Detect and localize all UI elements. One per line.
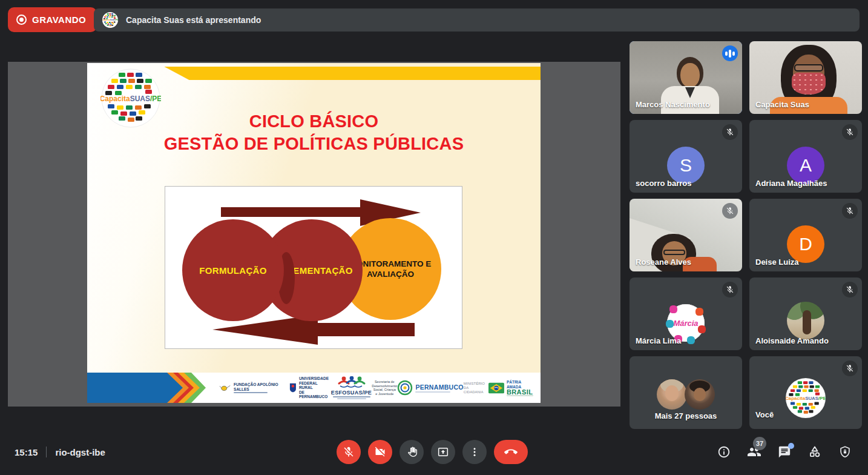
footer-logos: FUNDAÇÃO APOLÔNIO SALLES UNIVERSIDADE FE… xyxy=(219,373,534,403)
camera-toggle-button[interactable] xyxy=(368,440,392,464)
circle-formulacao: FORMULAÇÃO xyxy=(182,219,284,321)
fundacao-label: FUNDAÇÃO APOLÔNIO SALLES xyxy=(234,382,289,391)
more-options-button[interactable] xyxy=(462,440,487,464)
speaking-indicator-icon xyxy=(722,45,738,61)
participant-name: socorro barros xyxy=(636,179,691,188)
mic-off-icon xyxy=(343,446,355,458)
recording-badge: GRAVANDO xyxy=(8,7,97,32)
avatar-initial: D xyxy=(799,234,812,254)
mic-off-icon xyxy=(842,203,858,219)
divider xyxy=(46,447,47,457)
ministerio-line2: CIDADANIA xyxy=(464,390,488,394)
info-icon xyxy=(717,445,731,459)
tile-you[interactable]: Você xyxy=(749,356,862,429)
tile-more-people[interactable]: Mais 27 pessoas xyxy=(630,356,742,429)
chat-button[interactable] xyxy=(777,445,792,459)
recording-label: GRAVANDO xyxy=(32,15,86,25)
avatar-text: Márcia xyxy=(673,319,698,328)
more-people-label: Mais 27 pessoas xyxy=(655,411,717,420)
mic-off-icon xyxy=(842,282,858,297)
tile-capacita-suas[interactable]: Capacita Suas xyxy=(749,41,862,114)
tile-socorro-barros[interactable]: S socorro barros xyxy=(630,120,742,193)
end-call-button[interactable] xyxy=(494,440,528,464)
esfosuas-label: ESFOSUAS/PE xyxy=(331,390,372,396)
pernambuco-label: PERNAMBUCO xyxy=(415,384,463,391)
mic-off-icon xyxy=(722,203,738,219)
activities-button[interactable] xyxy=(807,445,822,459)
shared-screen[interactable]: CICLO BÁSICO GESTÃO DE POLÍTICAS PÚBLICA… xyxy=(8,62,620,407)
participant-name: Deise Luiza xyxy=(755,257,799,267)
bottom-bar: 15:15 rio-dgst-ibe xyxy=(0,429,868,475)
meeting-code: rio-dgst-ibe xyxy=(55,447,105,457)
participants-button[interactable]: 37 xyxy=(747,445,761,459)
clock: 15:15 xyxy=(15,447,38,457)
participant-name: Você xyxy=(755,410,774,419)
tile-aloisnaide-amando[interactable]: Aloisnaide Amando xyxy=(749,277,862,350)
avatar-initial: A xyxy=(800,155,812,176)
tile-marcos-nascimento[interactable]: Marcos Nascimento xyxy=(630,41,742,114)
logo-ufrpe: UNIVERSIDADE FEDERAL RURAL DE PERNAMBUCO xyxy=(289,376,331,399)
chat-notification-dot xyxy=(788,443,794,449)
participant-name: Capacita Suas xyxy=(755,100,809,109)
presenting-text: Capacita Suas está apresentando xyxy=(126,15,261,25)
presentation-slide: CICLO BÁSICO GESTÃO DE POLÍTICAS PÚBLICA… xyxy=(87,63,541,403)
mic-off-icon xyxy=(722,282,738,297)
participant-name: Roseane Alves xyxy=(636,257,691,267)
ministerio-label: MINISTÉRIO DA CIDADANIA xyxy=(464,382,488,394)
slide-title-line2: GESTÃO DE POLÍTICAS PÚBLICAS xyxy=(87,133,541,155)
avatar xyxy=(787,302,824,339)
slide-title: CICLO BÁSICO GESTÃO DE POLÍTICAS PÚBLICA… xyxy=(87,110,541,155)
more-vert-icon xyxy=(469,447,480,457)
mic-toggle-button[interactable] xyxy=(337,440,361,464)
logo-fundacao-apolonio-salles: FUNDAÇÃO APOLÔNIO SALLES xyxy=(219,382,289,393)
tile-marcia-lima[interactable]: Márcia Márcia Lima xyxy=(630,277,742,350)
tile-deise-luiza[interactable]: D Deise Luiza xyxy=(749,199,862,271)
participant-name: Márcia Lima xyxy=(636,336,681,345)
activities-icon xyxy=(807,445,822,459)
tile-roseane-alves[interactable]: Roseane Alves xyxy=(630,199,742,271)
raise-hand-button[interactable] xyxy=(399,440,424,464)
participant-name: Aloisnaide Amando xyxy=(755,336,829,345)
present-screen-button[interactable] xyxy=(431,440,455,464)
bee-icon xyxy=(219,384,231,392)
meet-window: GRAVANDO Capacita Suas está apresentando… xyxy=(0,0,868,475)
tile-adriana-magalhaes[interactable]: A Adriana Magalhães xyxy=(749,120,862,193)
logo-esfosuas: ESFOSUAS/PE xyxy=(331,376,372,399)
logo-pernambuco: PERNAMBUCO xyxy=(397,380,463,396)
meeting-panels: 37 xyxy=(717,445,852,459)
avatar xyxy=(786,378,826,418)
hand-icon xyxy=(406,446,418,458)
record-icon xyxy=(16,15,27,25)
mic-off-icon xyxy=(842,124,858,140)
brasil-label: BRASIL xyxy=(507,390,534,394)
participant-count-badge: 37 xyxy=(753,437,766,450)
mic-off-icon xyxy=(722,124,738,140)
slide-title-line1: CICLO BÁSICO xyxy=(87,110,541,133)
ministerio-line1: MINISTÉRIO DA xyxy=(464,382,488,390)
logo-brasil: PÁTRIA AMADA BRASIL xyxy=(488,380,534,396)
esfosuas-people-icon xyxy=(334,376,369,390)
camera-off-icon xyxy=(374,446,386,458)
mic-off-icon xyxy=(842,360,858,376)
secretaria-line1: Secretaria de xyxy=(372,380,397,384)
call-controls xyxy=(337,440,528,464)
policy-cycle-diagram: MONITORAMENTO E AVALIAÇÃO IMPLEMENTAÇÃO … xyxy=(165,186,462,349)
shield-lock-icon xyxy=(838,445,852,459)
secretaria-line3: Social, Criança xyxy=(372,388,397,392)
pernambuco-crest-icon xyxy=(397,380,413,396)
present-icon xyxy=(437,446,449,458)
meeting-details-button[interactable] xyxy=(717,445,731,459)
host-controls-button[interactable] xyxy=(838,445,852,459)
participants-grid: Marcos Nascimento Capacita Suas S socorr… xyxy=(630,41,862,429)
presenter-avatar xyxy=(102,12,118,28)
secretaria-line4: e Juventude xyxy=(372,392,397,396)
ufrpe-line3: DE PERNAMBUCO xyxy=(299,390,331,399)
secretaria-label: Secretaria de Desenvolvimento Social, Cr… xyxy=(372,380,397,396)
presenting-banner[interactable]: Capacita Suas está apresentando xyxy=(94,8,860,32)
slide-footer: FUNDAÇÃO APOLÔNIO SALLES UNIVERSIDADE FE… xyxy=(87,373,541,403)
group-avatars xyxy=(657,379,715,410)
ufrpe-line1: UNIVERSIDADE xyxy=(299,376,331,381)
participant-name: Marcos Nascimento xyxy=(636,100,710,109)
footer-arrow-graphic xyxy=(87,373,214,403)
circle-formulacao-label: FORMULAÇÃO xyxy=(199,265,266,276)
